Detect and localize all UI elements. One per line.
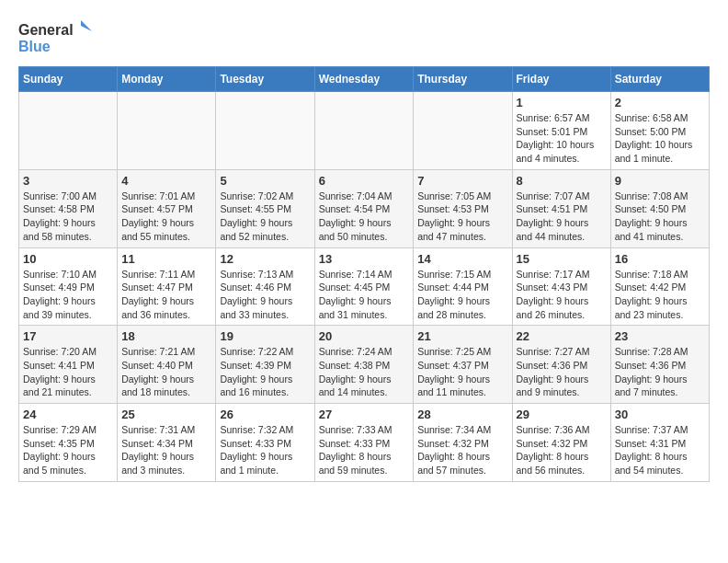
day-number: 10: [23, 252, 113, 266]
day-number: 28: [417, 408, 507, 421]
day-number: 27: [319, 408, 410, 421]
calendar-week-row: 17Sunrise: 7:20 AM Sunset: 4:41 PM Dayli…: [19, 326, 710, 404]
calendar-cell: 28Sunrise: 7:34 AM Sunset: 4:32 PM Dayli…: [414, 404, 512, 482]
calendar-cell: 7Sunrise: 7:05 AM Sunset: 4:53 PM Daylig…: [414, 169, 512, 247]
cell-content: Sunrise: 7:25 AM Sunset: 4:37 PM Dayligh…: [417, 345, 507, 399]
calendar-cell: 8Sunrise: 7:07 AM Sunset: 4:51 PM Daylig…: [512, 169, 610, 247]
calendar-week-row: 3Sunrise: 7:00 AM Sunset: 4:58 PM Daylig…: [19, 169, 710, 247]
calendar-cell: 14Sunrise: 7:15 AM Sunset: 4:44 PM Dayli…: [414, 247, 512, 326]
calendar-cell: 30Sunrise: 7:37 AM Sunset: 4:31 PM Dayli…: [610, 404, 709, 482]
day-number: 21: [417, 329, 507, 343]
day-number: 23: [615, 329, 705, 343]
cell-content: Sunrise: 7:36 AM Sunset: 4:32 PM Dayligh…: [517, 423, 607, 477]
cell-content: Sunrise: 7:22 AM Sunset: 4:39 PM Dayligh…: [220, 345, 310, 399]
day-header-sunday: Sunday: [19, 67, 118, 92]
cell-content: Sunrise: 7:11 AM Sunset: 4:47 PM Dayligh…: [121, 268, 211, 322]
cell-content: Sunrise: 7:34 AM Sunset: 4:32 PM Dayligh…: [417, 423, 507, 477]
day-number: 3: [23, 174, 113, 188]
day-number: 30: [615, 408, 705, 421]
cell-content: Sunrise: 7:07 AM Sunset: 4:51 PM Dayligh…: [517, 190, 607, 244]
calendar-cell: 19Sunrise: 7:22 AM Sunset: 4:39 PM Dayli…: [216, 326, 314, 404]
calendar-cell: 20Sunrise: 7:24 AM Sunset: 4:38 PM Dayli…: [314, 326, 414, 404]
logo-svg: GeneralBlue: [18, 18, 92, 57]
calendar-table: SundayMondayTuesdayWednesdayThursdayFrid…: [18, 66, 710, 482]
day-number: 22: [517, 329, 607, 343]
calendar-cell: 1Sunrise: 6:57 AM Sunset: 5:01 PM Daylig…: [512, 92, 610, 170]
day-header-tuesday: Tuesday: [216, 67, 314, 92]
day-number: 4: [121, 174, 211, 188]
day-number: 1: [517, 96, 607, 109]
day-number: 12: [220, 252, 310, 266]
calendar-cell: [414, 92, 512, 170]
cell-content: Sunrise: 7:10 AM Sunset: 4:49 PM Dayligh…: [23, 268, 113, 322]
cell-content: Sunrise: 7:24 AM Sunset: 4:38 PM Dayligh…: [319, 345, 410, 399]
day-number: 8: [517, 174, 607, 188]
day-header-friday: Friday: [512, 67, 610, 92]
day-number: 13: [319, 252, 410, 266]
cell-content: Sunrise: 7:15 AM Sunset: 4:44 PM Dayligh…: [417, 268, 507, 322]
day-number: 15: [517, 252, 607, 266]
cell-content: Sunrise: 7:28 AM Sunset: 4:36 PM Dayligh…: [615, 345, 705, 399]
cell-content: Sunrise: 7:20 AM Sunset: 4:41 PM Dayligh…: [23, 345, 113, 399]
day-number: 19: [220, 329, 310, 343]
svg-text:Blue: Blue: [18, 39, 51, 54]
day-header-monday: Monday: [118, 67, 216, 92]
calendar-cell: 26Sunrise: 7:32 AM Sunset: 4:33 PM Dayli…: [216, 404, 314, 482]
calendar-cell: [19, 92, 118, 170]
cell-content: Sunrise: 7:04 AM Sunset: 4:54 PM Dayligh…: [319, 190, 410, 244]
day-number: 16: [615, 252, 705, 266]
calendar-cell: [118, 92, 216, 170]
calendar-cell: 27Sunrise: 7:33 AM Sunset: 4:33 PM Dayli…: [314, 404, 414, 482]
calendar-cell: [216, 92, 314, 170]
calendar-cell: 13Sunrise: 7:14 AM Sunset: 4:45 PM Dayli…: [314, 247, 414, 326]
calendar-cell: 4Sunrise: 7:01 AM Sunset: 4:57 PM Daylig…: [118, 169, 216, 247]
cell-content: Sunrise: 7:05 AM Sunset: 4:53 PM Dayligh…: [417, 190, 507, 244]
calendar-cell: 22Sunrise: 7:27 AM Sunset: 4:36 PM Dayli…: [512, 326, 610, 404]
day-number: 2: [615, 96, 705, 109]
cell-content: Sunrise: 6:57 AM Sunset: 5:01 PM Dayligh…: [517, 111, 607, 166]
day-number: 24: [23, 408, 113, 421]
calendar-cell: 23Sunrise: 7:28 AM Sunset: 4:36 PM Dayli…: [610, 326, 709, 404]
cell-content: Sunrise: 7:18 AM Sunset: 4:42 PM Dayligh…: [615, 268, 705, 322]
cell-content: Sunrise: 7:29 AM Sunset: 4:35 PM Dayligh…: [23, 423, 113, 477]
calendar-cell: 2Sunrise: 6:58 AM Sunset: 5:00 PM Daylig…: [610, 92, 709, 170]
day-number: 17: [23, 329, 113, 343]
calendar-cell: 3Sunrise: 7:00 AM Sunset: 4:58 PM Daylig…: [19, 169, 118, 247]
cell-content: Sunrise: 7:27 AM Sunset: 4:36 PM Dayligh…: [517, 345, 607, 399]
svg-text:General: General: [18, 22, 74, 38]
day-header-thursday: Thursday: [414, 67, 512, 92]
cell-content: Sunrise: 7:37 AM Sunset: 4:31 PM Dayligh…: [615, 423, 705, 477]
cell-content: Sunrise: 7:02 AM Sunset: 4:55 PM Dayligh…: [220, 190, 310, 244]
day-number: 29: [517, 408, 607, 421]
svg-marker-2: [81, 20, 92, 31]
calendar-cell: 16Sunrise: 7:18 AM Sunset: 4:42 PM Dayli…: [610, 247, 709, 326]
day-number: 9: [615, 174, 705, 188]
calendar-week-row: 1Sunrise: 6:57 AM Sunset: 5:01 PM Daylig…: [19, 92, 710, 170]
cell-content: Sunrise: 7:17 AM Sunset: 4:43 PM Dayligh…: [517, 268, 607, 322]
header: GeneralBlue: [18, 18, 710, 57]
calendar-cell: 9Sunrise: 7:08 AM Sunset: 4:50 PM Daylig…: [610, 169, 709, 247]
calendar-cell: 6Sunrise: 7:04 AM Sunset: 4:54 PM Daylig…: [314, 169, 414, 247]
cell-content: Sunrise: 7:33 AM Sunset: 4:33 PM Dayligh…: [319, 423, 410, 477]
day-number: 6: [319, 174, 410, 188]
cell-content: Sunrise: 7:21 AM Sunset: 4:40 PM Dayligh…: [121, 345, 211, 399]
calendar-cell: 5Sunrise: 7:02 AM Sunset: 4:55 PM Daylig…: [216, 169, 314, 247]
calendar-week-row: 24Sunrise: 7:29 AM Sunset: 4:35 PM Dayli…: [19, 404, 710, 482]
calendar-week-row: 10Sunrise: 7:10 AM Sunset: 4:49 PM Dayli…: [19, 247, 710, 326]
day-number: 26: [220, 408, 310, 421]
calendar-cell: 17Sunrise: 7:20 AM Sunset: 4:41 PM Dayli…: [19, 326, 118, 404]
calendar-cell: 10Sunrise: 7:10 AM Sunset: 4:49 PM Dayli…: [19, 247, 118, 326]
calendar-cell: 24Sunrise: 7:29 AM Sunset: 4:35 PM Dayli…: [19, 404, 118, 482]
day-number: 5: [220, 174, 310, 188]
logo: GeneralBlue: [18, 18, 92, 57]
calendar-cell: 25Sunrise: 7:31 AM Sunset: 4:34 PM Dayli…: [118, 404, 216, 482]
calendar-cell: 18Sunrise: 7:21 AM Sunset: 4:40 PM Dayli…: [118, 326, 216, 404]
calendar-cell: 15Sunrise: 7:17 AM Sunset: 4:43 PM Dayli…: [512, 247, 610, 326]
calendar-cell: 21Sunrise: 7:25 AM Sunset: 4:37 PM Dayli…: [414, 326, 512, 404]
day-number: 14: [417, 252, 507, 266]
day-number: 11: [121, 252, 211, 266]
cell-content: Sunrise: 6:58 AM Sunset: 5:00 PM Dayligh…: [615, 111, 705, 166]
calendar-cell: 12Sunrise: 7:13 AM Sunset: 4:46 PM Dayli…: [216, 247, 314, 326]
calendar-header-row: SundayMondayTuesdayWednesdayThursdayFrid…: [19, 67, 710, 92]
cell-content: Sunrise: 7:31 AM Sunset: 4:34 PM Dayligh…: [121, 423, 211, 477]
